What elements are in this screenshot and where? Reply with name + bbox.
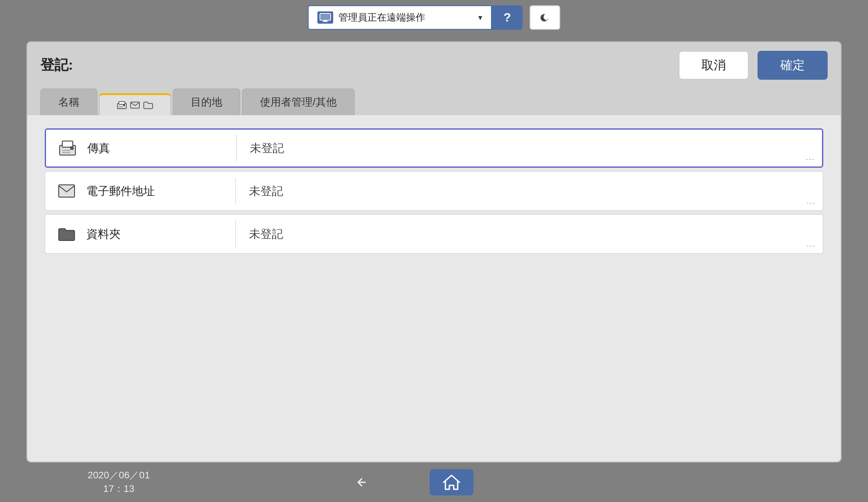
svg-rect-8 [119,107,123,108]
remote-monitor-icon [317,11,333,24]
remote-dropdown-arrow: ▾ [478,13,482,22]
confirm-button[interactable]: 確定 [758,51,828,80]
remote-control-button[interactable]: 管理員正在遠端操作 ▾ [308,5,492,30]
row-divider [235,221,236,247]
folder-label: 資料夾 [86,226,235,242]
fax-row[interactable]: 傳真 未登記 ... [45,128,823,168]
tab-destination-type[interactable] [99,93,171,115]
time-text: 17：13 [88,482,150,496]
svg-rect-13 [62,150,70,151]
email-dots: ... [807,197,816,206]
tab-icons [117,101,153,109]
email-value: 未登記 [249,184,283,199]
tab-name[interactable]: 名稱 [40,88,97,115]
moon-button[interactable] [530,5,560,30]
svg-rect-14 [62,152,70,153]
cancel-button[interactable]: 取消 [679,51,749,80]
fax-label: 傳真 [87,141,236,156]
tabs-container: 名稱 [27,88,841,115]
row-divider [235,178,236,204]
dialog-header: 登記: 取消 確定 [27,42,841,88]
fax-icon [57,138,78,158]
dialog-title: 登記: [40,56,670,75]
remote-text: 管理員正在遠端操作 [338,11,425,24]
svg-rect-1 [324,21,327,21]
folder-value: 未登記 [249,226,283,242]
bottom-bar: 2020／06／01 17：13 [0,463,868,502]
row-divider [236,135,237,161]
svg-rect-5 [119,102,125,104]
svg-rect-9 [131,102,139,108]
email-row[interactable]: 電子郵件地址 未登記 ... [45,171,823,211]
email-label: 電子郵件地址 [86,184,235,199]
date-text: 2020／06／01 [88,469,150,482]
folder-row[interactable]: 資料夾 未登記 ... [45,214,823,254]
datetime-display: 2020／06／01 17：13 [88,469,150,496]
svg-rect-15 [59,185,75,197]
main-dialog: 登記: 取消 確定 名稱 [26,41,842,463]
folder-icon [56,224,78,244]
svg-rect-11 [62,141,73,147]
dialog-content: 傳真 未登記 ... 電子郵件地址 未登記 ... [27,115,841,462]
svg-rect-7 [119,106,123,107]
help-button[interactable]: ? [492,5,523,30]
folder-dots: ... [807,240,816,249]
top-bar: 管理員正在遠端操作 ▾ ? [0,0,868,35]
svg-rect-12 [70,146,74,150]
svg-rect-6 [123,104,125,106]
home-button[interactable] [430,469,473,495]
fax-value: 未登記 [250,141,284,156]
svg-rect-2 [322,21,328,22]
email-icon [56,181,78,201]
tab-destination[interactable]: 目的地 [173,88,240,115]
back-button[interactable] [346,469,377,495]
tab-user-management[interactable]: 使用者管理/其他 [242,88,355,115]
svg-rect-3 [321,14,330,19]
fax-dots: ... [806,153,815,162]
